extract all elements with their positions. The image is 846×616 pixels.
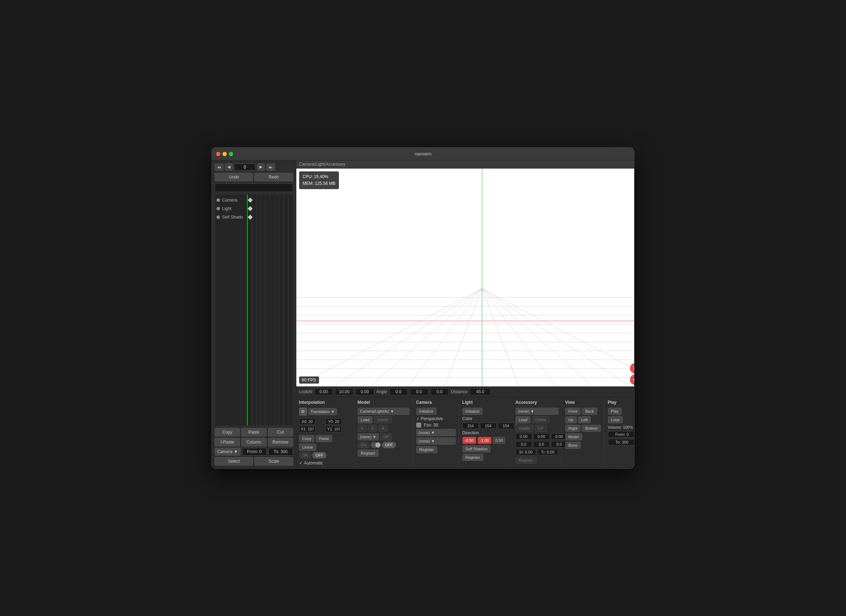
close-button[interactable]: [216, 152, 220, 156]
loop-button[interactable]: Loop: [608, 416, 623, 423]
x0-input[interactable]: [299, 418, 316, 425]
lookat-val3[interactable]: [355, 388, 374, 395]
paste-button[interactable]: Paste: [241, 428, 266, 436]
x1-input[interactable]: [299, 426, 316, 432]
view-back-button[interactable]: Back: [582, 408, 597, 415]
cut-button[interactable]: Cut: [268, 428, 293, 436]
linear-button[interactable]: Linear: [299, 444, 317, 451]
light-dir-label-row: Direction: [463, 430, 509, 436]
remove-button[interactable]: Remove: [268, 438, 293, 446]
acc-val2[interactable]: [533, 433, 550, 440]
acc-val5[interactable]: [533, 441, 550, 447]
accessory-load-button[interactable]: Load: [516, 416, 530, 423]
bottom-panels: Interpolation ⚙ Translation ▼: [296, 397, 634, 468]
model-load-button[interactable]: Load: [358, 416, 373, 423]
interp-copy-button[interactable]: Copy: [299, 435, 315, 442]
light-g-input[interactable]: [480, 422, 496, 429]
angle-val1[interactable]: [389, 388, 408, 395]
model-s-button[interactable]: S: [368, 425, 377, 432]
scale-button[interactable]: Scale: [254, 457, 293, 466]
translation-dropdown[interactable]: Translation ▼: [308, 408, 338, 415]
lookat-val2[interactable]: [335, 388, 354, 395]
view-up-button[interactable]: Up: [565, 416, 577, 423]
camera-initialize-button[interactable]: Initialize: [416, 408, 437, 415]
minimize-button[interactable]: [222, 152, 227, 156]
y0-input[interactable]: [325, 418, 342, 425]
redo-button[interactable]: Redo: [254, 173, 293, 181]
translate-x-button[interactable]: ✚: [630, 374, 634, 385]
view-left-button[interactable]: Left: [578, 416, 591, 423]
view-front-button[interactable]: Front: [565, 408, 581, 415]
acc-val1[interactable]: [516, 433, 532, 440]
bottom-controls: Copy Paste Cut I-Paste Column Remove Cam…: [215, 428, 293, 466]
acc-val4[interactable]: [516, 441, 532, 447]
maximize-button[interactable]: [229, 152, 233, 156]
on-button[interactable]: ON: [299, 452, 311, 458]
search-box[interactable]: [215, 183, 293, 192]
lookat-val1[interactable]: [314, 388, 333, 395]
acc-si[interactable]: [516, 449, 536, 455]
svg-line-18: [482, 289, 593, 386]
y1-input[interactable]: [325, 426, 342, 432]
play-play-button[interactable]: Play: [608, 408, 622, 415]
light-b-input[interactable]: [498, 422, 514, 429]
view-bottom-button[interactable]: Bottom: [582, 425, 601, 432]
from-input[interactable]: [242, 448, 267, 456]
column-button[interactable]: Column: [241, 438, 266, 446]
angle-val3[interactable]: [430, 388, 449, 395]
angle-val2[interactable]: [410, 388, 428, 395]
light-register-button[interactable]: Register: [463, 454, 483, 461]
model-on-off-toggle: ON OFF: [358, 442, 410, 448]
play-to-input[interactable]: [608, 439, 634, 445]
distance-val[interactable]: [470, 388, 491, 395]
rotate-x-button[interactable]: ↻: [630, 363, 634, 374]
model-op-button[interactable]: OP: [380, 433, 392, 440]
model-on-button[interactable]: ON: [358, 442, 370, 448]
model-toggle[interactable]: [371, 442, 381, 448]
interpolation-title: Interpolation: [299, 400, 351, 405]
interp-paste-button[interactable]: Paste: [316, 435, 332, 442]
fast-forward-button[interactable]: ⏭: [266, 164, 275, 171]
camera-register-button[interactable]: Register: [416, 446, 437, 453]
camera-none2-dropdown[interactable]: (none) ▼: [416, 437, 456, 444]
play-button[interactable]: ▶: [257, 163, 265, 171]
model-dropdown-arrow: ▼: [390, 409, 394, 414]
model-none-arrow: ▼: [372, 435, 376, 439]
to-input[interactable]: [268, 448, 293, 456]
model-off-button[interactable]: OFF: [382, 442, 396, 448]
playhead-line: [247, 194, 248, 425]
view-right-button[interactable]: Right: [565, 425, 581, 432]
select-button[interactable]: Select: [215, 457, 253, 466]
camera-dropdown[interactable]: Camera ▼: [215, 448, 241, 456]
rewind-button[interactable]: ⏮: [215, 164, 223, 171]
acc-tr[interactable]: [538, 449, 558, 455]
camera-none1-dropdown[interactable]: (none) ▼: [416, 429, 456, 436]
frame-input[interactable]: [234, 164, 256, 171]
model-a-button[interactable]: A: [378, 425, 387, 432]
accessory-panel: Accessory (none) ▼ Load Delete Visible O…: [516, 400, 562, 466]
model-v-button[interactable]: V: [358, 425, 367, 432]
model-none-dropdown[interactable]: (none) ▼: [358, 433, 379, 440]
model-dropdown[interactable]: Camera/Light/Ac ▼: [358, 408, 410, 415]
self-shadow-button[interactable]: Self Shadow: [463, 445, 491, 452]
prev-button[interactable]: ◀: [225, 163, 233, 171]
light-initialize-button[interactable]: Initialize: [463, 408, 483, 415]
ipaste-button[interactable]: I-Paste: [215, 438, 240, 446]
accessory-none-dropdown[interactable]: (none) ▼: [516, 408, 558, 415]
accessory-visible-op-row: Visible OP: [516, 425, 558, 432]
light-r-input[interactable]: [463, 422, 479, 429]
off-button[interactable]: OFF: [312, 452, 326, 458]
view-model-button[interactable]: Model: [565, 433, 582, 440]
undo-button[interactable]: Undo: [215, 173, 253, 181]
gear-button[interactable]: ⚙: [299, 408, 307, 415]
copy-button[interactable]: Copy: [215, 428, 240, 436]
light-dy-value[interactable]: -1.00: [478, 437, 492, 444]
model-register-button[interactable]: Register: [358, 450, 379, 457]
view-bone-button[interactable]: Bone: [565, 442, 581, 449]
light-dz-value[interactable]: 0.50: [493, 437, 505, 444]
perspective-check: ✓: [416, 417, 419, 421]
viewport-container[interactable]: CPU: 15.40% MEM: 125.56 MB 60 FPS 🔍 ✚ Lo…: [296, 169, 634, 386]
view-up-left-row: Up Left: [565, 416, 601, 423]
light-dx-value[interactable]: -0.50: [463, 437, 476, 444]
play-from-input[interactable]: [608, 431, 634, 437]
